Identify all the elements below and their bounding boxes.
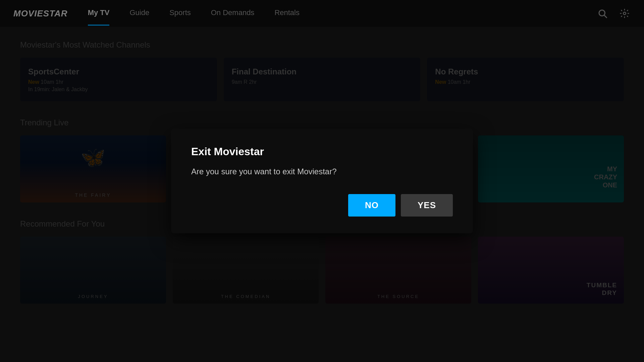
yes-button[interactable]: YES bbox=[401, 194, 453, 217]
dialog-overlay: Exit Moviestar Are you sure you want to … bbox=[0, 0, 644, 362]
dialog-message: Are you sure you want to exit Moviestar? bbox=[191, 166, 453, 177]
dialog-title: Exit Moviestar bbox=[191, 145, 453, 158]
dialog-buttons: NO YES bbox=[191, 194, 453, 217]
no-button[interactable]: NO bbox=[348, 194, 395, 217]
exit-dialog: Exit Moviestar Are you sure you want to … bbox=[171, 129, 473, 233]
